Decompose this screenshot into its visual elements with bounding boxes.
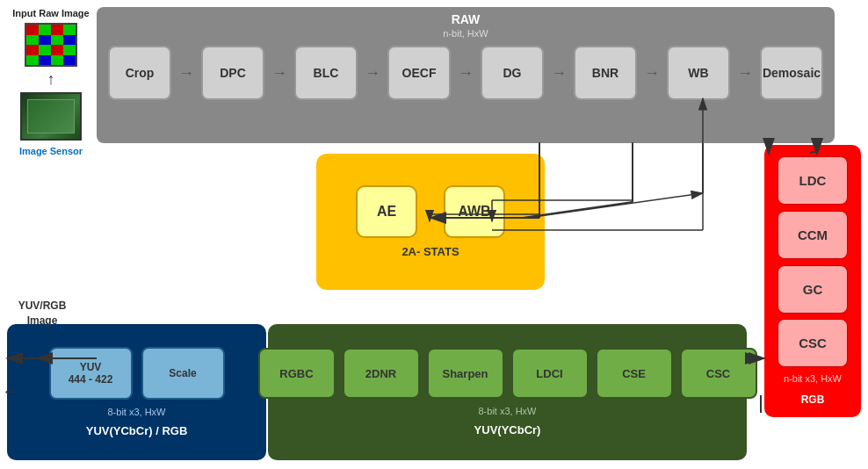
arrow-icon-2: → — [271, 64, 287, 83]
block-rgbc: RGBC — [258, 348, 336, 399]
green-sublabel: 8-bit x3, HxW — [478, 406, 536, 416]
block-csc-green: CSC — [680, 348, 757, 399]
block-csc-red: CSC — [778, 319, 848, 367]
green-blocks: RGBC 2DNR Sharpen LDCI CSE CSC — [258, 348, 757, 399]
block-cse: CSE — [596, 348, 673, 399]
red-section: LDC CCM GC CSC n-bit x3, HxW RGB — [764, 145, 861, 417]
blue-sublabel: 8-bit x3, HxW — [107, 407, 165, 417]
input-section: Input Raw Image ↑ Image Sensor — [7, 7, 95, 156]
block-bnr: BNR — [574, 46, 637, 100]
arrow-icon-3: → — [365, 64, 380, 83]
block-gc: GC — [778, 265, 848, 314]
input-label: Input Raw Image — [12, 7, 89, 19]
block-dg: DG — [481, 46, 544, 100]
block-demosaic: Demosaic — [760, 46, 823, 100]
svg-line-6 — [527, 193, 703, 218]
block-scale: Scale — [141, 347, 225, 400]
block-ldc: LDC — [778, 156, 848, 205]
sensor-image — [20, 92, 82, 141]
stats-section: AE AWB 2A- STATS — [316, 154, 545, 290]
block-2dnr: 2DNR — [343, 348, 420, 399]
yuv-rgb-label: YUV/RGBImage — [7, 299, 77, 328]
raw-blocks: Crop → DPC → BLC → OECF → DG → BNR → WB … — [102, 46, 829, 100]
block-ae: AE — [356, 185, 417, 238]
blue-label: YUV(YCbCr) / RGB — [86, 424, 188, 437]
blue-section: YUV444 - 422 Scale 8-bit x3, HxW YUV(YCb… — [7, 324, 266, 460]
stats-blocks: AE AWB — [356, 185, 505, 238]
block-oecf: OECF — [387, 46, 451, 100]
block-awb: AWB — [444, 185, 505, 238]
green-label: YUV(YCbCr) — [474, 423, 541, 437]
sensor-label: Image Sensor — [19, 146, 83, 156]
block-yuv444: YUV444 - 422 — [49, 347, 133, 400]
block-ldci: LDCI — [511, 348, 589, 399]
arrow-icon-6: → — [644, 64, 660, 83]
red-label: RGB — [801, 393, 825, 406]
block-sharpen: Sharpen — [427, 348, 504, 399]
block-ccm: CCM — [778, 211, 848, 259]
left-output-arrow: ← — [2, 381, 19, 401]
block-crop: Crop — [108, 46, 171, 100]
arrow-icon-5: → — [551, 64, 567, 83]
arrow-icon-7: → — [737, 64, 753, 83]
green-section: RGBC 2DNR Sharpen LDCI CSE CSC 8-bit x3,… — [268, 324, 747, 460]
bayer-grid — [25, 23, 77, 67]
raw-label: RAW — [102, 12, 829, 26]
main-container: Input Raw Image ↑ Image Sensor — [0, 0, 868, 469]
raw-section: RAW n-bit, HxW Crop → DPC → BLC → OECF →… — [97, 7, 835, 143]
block-wb: WB — [667, 46, 730, 100]
up-arrow-icon: ↑ — [47, 70, 55, 89]
stats-label: 2A- STATS — [401, 245, 459, 258]
blue-blocks: YUV444 - 422 Scale — [49, 347, 225, 400]
raw-sublabel: n-bit, HxW — [102, 28, 829, 39]
red-sublabel: n-bit x3, HxW — [784, 373, 842, 384]
block-blc: BLC — [294, 46, 358, 100]
block-dpc: DPC — [201, 46, 264, 100]
arrow-icon-4: → — [458, 64, 474, 83]
arrow-icon-1: → — [178, 64, 194, 83]
